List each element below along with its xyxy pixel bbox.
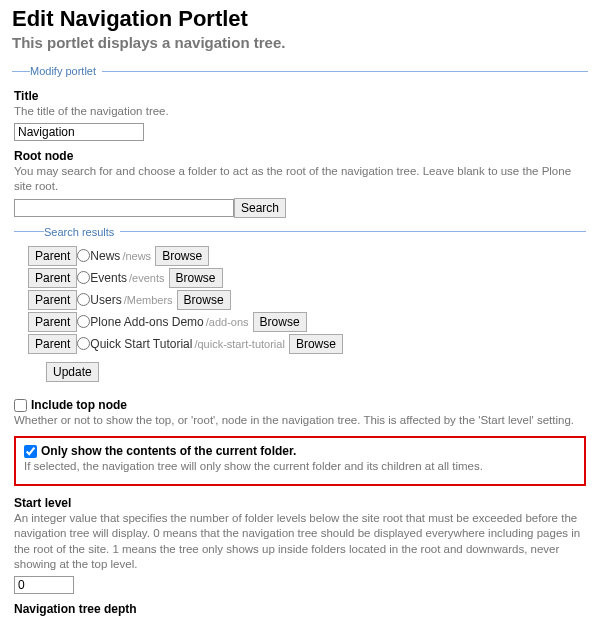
include-top-field: Include top node Whether or not to show … bbox=[14, 398, 586, 429]
result-name: Plone Add-ons Demo bbox=[90, 315, 203, 329]
result-path: /quick-start-tutorial bbox=[194, 338, 284, 350]
browse-button[interactable]: Browse bbox=[253, 312, 307, 332]
result-path: /add-ons bbox=[206, 316, 249, 328]
tree-depth-field: Navigation tree depth How many folders s… bbox=[14, 602, 586, 620]
browse-button[interactable]: Browse bbox=[177, 290, 231, 310]
search-results-legend: Search results bbox=[44, 226, 120, 238]
start-level-label: Start level bbox=[14, 496, 586, 510]
parent-button[interactable]: Parent bbox=[28, 246, 77, 266]
title-field: Title The title of the navigation tree. bbox=[14, 89, 586, 141]
result-row: ParentQuick Start Tutorial /quick-start-… bbox=[28, 334, 584, 354]
browse-button[interactable]: Browse bbox=[289, 334, 343, 354]
result-radio[interactable] bbox=[77, 315, 90, 328]
start-level-input[interactable] bbox=[14, 576, 74, 594]
modify-portlet-fieldset: Modify portlet Title The title of the na… bbox=[12, 65, 588, 620]
result-radio[interactable] bbox=[77, 271, 90, 284]
only-current-help: If selected, the navigation tree will on… bbox=[24, 459, 576, 475]
update-button[interactable]: Update bbox=[46, 362, 99, 382]
start-level-field: Start level An integer value that specif… bbox=[14, 496, 586, 594]
result-radio[interactable] bbox=[77, 337, 90, 350]
include-top-checkbox[interactable] bbox=[14, 399, 27, 412]
result-name: Events bbox=[90, 271, 127, 285]
result-path: /Members bbox=[124, 294, 173, 306]
root-node-input[interactable] bbox=[14, 199, 234, 217]
parent-button[interactable]: Parent bbox=[28, 334, 77, 354]
search-results-fieldset: Search results ParentNews /newsBrowsePar… bbox=[14, 226, 586, 390]
result-row: ParentPlone Add-ons Demo /add-onsBrowse bbox=[28, 312, 584, 332]
result-row: ParentUsers /MembersBrowse bbox=[28, 290, 584, 310]
modify-portlet-legend: Modify portlet bbox=[30, 65, 102, 77]
root-node-label: Root node bbox=[14, 149, 586, 163]
page-title: Edit Navigation Portlet bbox=[12, 6, 588, 32]
result-name: News bbox=[90, 249, 120, 263]
result-row: ParentEvents /eventsBrowse bbox=[28, 268, 584, 288]
only-current-label[interactable]: Only show the contents of the current fo… bbox=[41, 444, 296, 458]
title-input[interactable] bbox=[14, 123, 144, 141]
result-path: /events bbox=[129, 272, 164, 284]
root-node-help: You may search for and choose a folder t… bbox=[14, 164, 586, 195]
search-button[interactable]: Search bbox=[234, 198, 286, 218]
result-path: /news bbox=[122, 250, 151, 262]
parent-button[interactable]: Parent bbox=[28, 268, 77, 288]
title-label: Title bbox=[14, 89, 586, 103]
result-row: ParentNews /newsBrowse bbox=[28, 246, 584, 266]
page-subtitle: This portlet displays a navigation tree. bbox=[12, 34, 588, 51]
result-radio[interactable] bbox=[77, 293, 90, 306]
only-current-highlight: Only show the contents of the current fo… bbox=[14, 436, 586, 486]
result-radio[interactable] bbox=[77, 249, 90, 262]
include-top-help: Whether or not to show the top, or 'root… bbox=[14, 413, 586, 429]
parent-button[interactable]: Parent bbox=[28, 290, 77, 310]
only-current-checkbox[interactable] bbox=[24, 445, 37, 458]
browse-button[interactable]: Browse bbox=[169, 268, 223, 288]
root-node-field: Root node You may search for and choose … bbox=[14, 149, 586, 218]
result-name: Users bbox=[90, 293, 121, 307]
title-help: The title of the navigation tree. bbox=[14, 104, 586, 120]
parent-button[interactable]: Parent bbox=[28, 312, 77, 332]
tree-depth-help: How many folders should be included befo… bbox=[14, 617, 586, 620]
include-top-label[interactable]: Include top node bbox=[31, 398, 127, 412]
browse-button[interactable]: Browse bbox=[155, 246, 209, 266]
tree-depth-label: Navigation tree depth bbox=[14, 602, 586, 616]
start-level-help: An integer value that specifies the numb… bbox=[14, 511, 586, 573]
result-name: Quick Start Tutorial bbox=[90, 337, 192, 351]
